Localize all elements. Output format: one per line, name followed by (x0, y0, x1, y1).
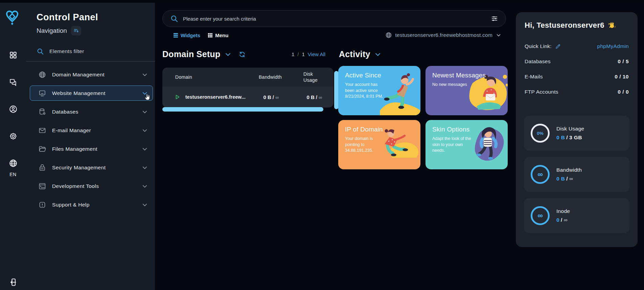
tab-menu-label: Menu (215, 32, 228, 38)
card-newest-messages[interactable]: Newest Messages No new messages (426, 66, 508, 115)
app-logo-icon (5, 9, 20, 26)
domain-table-header: Domain Bandwidth Disk Usage (162, 68, 334, 87)
chevron-down-icon (142, 72, 148, 78)
logout-icon[interactable] (9, 278, 18, 287)
card-title: IP of Domain (345, 126, 420, 133)
chevron-down-icon (142, 202, 148, 208)
gauge-inode: ∞ Inode 0/∞ (524, 198, 629, 233)
global-search-bar (162, 10, 506, 27)
apps-grid-icon[interactable] (9, 51, 18, 59)
globe-www-icon (38, 71, 46, 79)
col-header-domain: Domain (162, 74, 245, 80)
sidebar: EN Control Panel Navigation (0, 0, 155, 290)
chevron-down-icon[interactable] (225, 51, 231, 58)
stat-row-databases: Databases 0 / 5 (525, 58, 629, 65)
svg-text:SSL: SSL (41, 168, 44, 170)
gauge-bandwidth: ∞ Bandwidth 0 B/∞ (524, 157, 629, 192)
greeting: Hi, Testuseronserver6 (525, 21, 629, 30)
ssh-terminal-icon: SSH (38, 182, 46, 190)
collapse-nav-button[interactable] (71, 26, 81, 35)
envelope-icon (38, 126, 46, 135)
play-icon[interactable] (174, 94, 181, 100)
card-skin-options[interactable]: Skin Options Adapt the look of the skin … (426, 120, 508, 169)
stat-row-ftp-accounts: FTP Accounts 0 / 0 (525, 89, 629, 95)
sidebar-item-label: Website Management (52, 90, 136, 96)
elements-filter-input[interactable] (49, 48, 124, 54)
sidebar-item-files-management[interactable]: Files Management (30, 141, 153, 156)
icon-rail: EN (0, 0, 26, 290)
monitor-icon (38, 89, 46, 97)
widgets-grid-icon (173, 33, 178, 38)
sidebar-item-label: Support & Help (52, 202, 136, 208)
gauge-value: 0 B/∞ (556, 176, 582, 182)
chevron-down-icon (496, 32, 501, 38)
chevron-down-icon[interactable] (374, 51, 381, 58)
col-header-disk-usage: Disk Usage (303, 71, 324, 83)
search-icon (170, 15, 178, 23)
svg-text:SSH: SSH (41, 187, 45, 189)
domain-selector[interactable]: testuseronserver6.freewebhostmost.com (385, 32, 501, 39)
sidebar-item-label: Domain Management (52, 72, 136, 78)
gauge-disk-usage: 0% Disk Usage 0 B/3 GB (524, 116, 629, 151)
card-body: Your account has been active since 8/21/… (345, 82, 385, 100)
domain-table: Domain Bandwidth Disk Usage testuseronse… (162, 68, 334, 107)
domain-setup-title: Domain Setup (162, 49, 221, 59)
sort-lines-icon (73, 28, 79, 33)
gauge-title: Inode (556, 208, 570, 214)
sidebar-item-databases[interactable]: Databases (30, 104, 153, 119)
ssl-lock-icon: SSL (38, 164, 46, 172)
filter-sliders-icon[interactable] (491, 15, 498, 22)
domain-name[interactable]: testuseronserver6.freew... (185, 94, 246, 100)
sidebar-item-website-management[interactable]: Website Management (30, 86, 153, 101)
card-active-since[interactable]: Active Since Your account has been activ… (338, 66, 420, 115)
gauge-value: 0 B/3 GB (556, 135, 584, 141)
globe-icon (385, 32, 392, 39)
gauge-value: 0/∞ (556, 217, 570, 223)
sidebar-item-label: Development Tools (52, 183, 136, 189)
inode-infinity-ring: ∞ (531, 206, 550, 225)
domain-table-row[interactable]: testuseronserver6.freew... 0 B / ∞ 0 B /… (162, 87, 334, 107)
top-strip (0, 0, 644, 3)
language-globe-icon[interactable] (9, 159, 18, 168)
card-title: Active Since (345, 72, 420, 79)
mouse-cursor (143, 93, 152, 101)
sidebar-item-domain-management[interactable]: Domain Management (30, 67, 153, 82)
settings-gear-icon[interactable] (9, 132, 18, 141)
sidebar-item-security-management[interactable]: SSL Security Management (30, 160, 153, 175)
navigation-label: Navigation (37, 27, 67, 34)
sidebar-item-label: E-mail Manager (52, 127, 136, 134)
page-separator: / (297, 51, 299, 57)
quick-link-row: Quick Link: phpMyAdmin (525, 43, 629, 49)
sidebar-item-email-manager[interactable]: E-mail Manager (30, 123, 153, 138)
table-horizontal-scrollbar[interactable] (162, 107, 323, 112)
disk-usage-ring: 0% (531, 124, 550, 143)
card-ip-of-domain[interactable]: IP of Domain Your domain is pointing to … (338, 120, 420, 169)
view-all-link[interactable]: View All (308, 51, 325, 57)
phpmyadmin-link[interactable]: phpMyAdmin (597, 43, 629, 49)
chevron-down-icon (142, 109, 148, 115)
sidebar-item-development-tools[interactable]: SSH Development Tools (30, 178, 153, 194)
search-icon (37, 48, 44, 55)
page-total: 1 (302, 51, 305, 57)
domain-setup-header: Domain Setup (162, 49, 246, 59)
quick-link-label: Quick Link: (525, 43, 552, 49)
activity-header: Activity (339, 49, 381, 59)
stat-row-emails: E-Mails 0 / 10 (525, 74, 629, 80)
global-search-input[interactable] (183, 16, 486, 22)
bandwidth-usage: 0 B / ∞ (246, 94, 296, 100)
tab-widgets[interactable]: Widgets (173, 32, 200, 38)
stat-value: 0 / 0 (618, 89, 629, 95)
language-code[interactable]: EN (9, 172, 16, 177)
sidebar-item-label: Security Management (52, 165, 136, 171)
tab-menu[interactable]: Menu (208, 32, 228, 38)
content-toolbar: Widgets Menu testuseronserver6.freewebho… (162, 31, 506, 39)
disk-usage-cell: 0 B / ∞ (296, 94, 332, 100)
sidebar-item-support-help[interactable]: Support & Help (30, 197, 153, 212)
edit-pencil-icon[interactable] (555, 44, 561, 49)
account-icon[interactable] (9, 105, 18, 114)
chat-icon[interactable] (9, 78, 18, 87)
sidebar-item-label: Databases (52, 109, 136, 115)
database-icon (38, 108, 46, 116)
divider (26, 61, 155, 62)
refresh-icon[interactable] (239, 51, 246, 58)
